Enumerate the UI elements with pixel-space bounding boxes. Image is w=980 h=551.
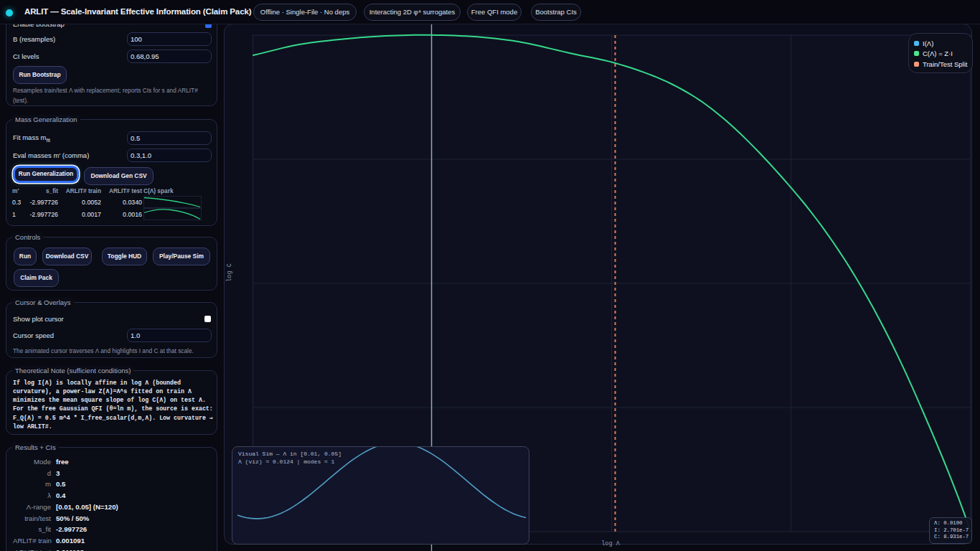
svg-text:log Λ: log Λ — [601, 540, 620, 547]
svg-text:log C: log C — [226, 263, 233, 282]
